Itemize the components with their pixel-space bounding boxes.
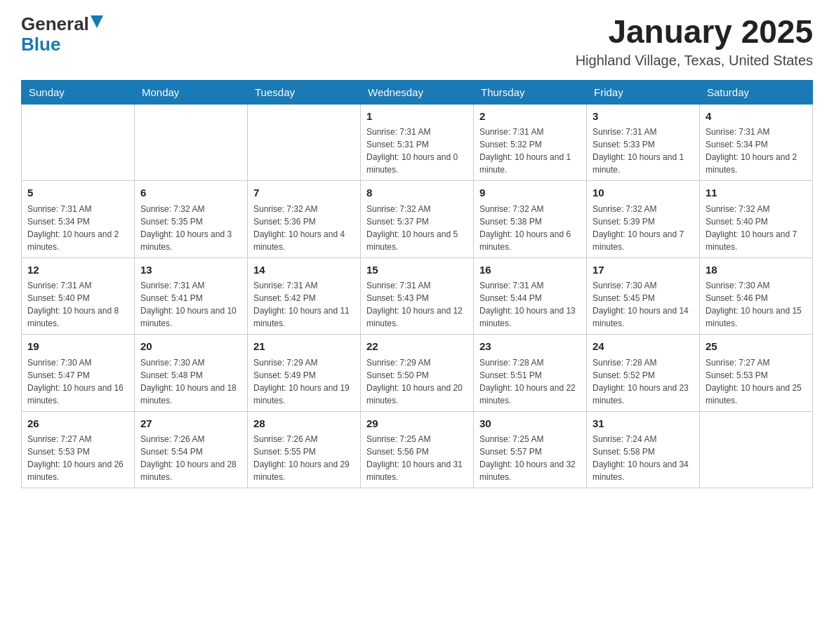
day-info: Sunrise: 7:27 AMSunset: 5:53 PMDaylight:…	[27, 433, 128, 483]
calendar-cell: 12Sunrise: 7:31 AMSunset: 5:40 PMDayligh…	[22, 257, 135, 335]
day-number: 22	[366, 339, 468, 355]
day-number: 21	[253, 339, 355, 355]
calendar-cell: 28Sunrise: 7:26 AMSunset: 5:55 PMDayligh…	[248, 411, 361, 488]
svg-marker-0	[91, 15, 103, 28]
calendar-cell	[135, 104, 248, 181]
logo: General Blue	[21, 14, 103, 54]
calendar-cell: 11Sunrise: 7:32 AMSunset: 5:40 PMDayligh…	[700, 181, 813, 258]
calendar-cell: 26Sunrise: 7:27 AMSunset: 5:53 PMDayligh…	[22, 411, 135, 488]
day-number: 18	[706, 262, 807, 279]
calendar-cell: 20Sunrise: 7:30 AMSunset: 5:48 PMDayligh…	[135, 335, 248, 412]
day-info: Sunrise: 7:31 AMSunset: 5:44 PMDaylight:…	[479, 279, 581, 330]
calendar-cell: 23Sunrise: 7:28 AMSunset: 5:51 PMDayligh…	[474, 335, 587, 412]
day-info: Sunrise: 7:26 AMSunset: 5:55 PMDaylight:…	[253, 433, 355, 483]
day-info: Sunrise: 7:32 AMSunset: 5:39 PMDaylight:…	[593, 203, 694, 253]
day-number: 13	[140, 262, 241, 279]
day-number: 2	[479, 109, 581, 125]
calendar-day-header: Thursday	[474, 80, 587, 104]
day-info: Sunrise: 7:32 AMSunset: 5:38 PMDaylight:…	[479, 203, 581, 253]
calendar-cell: 6Sunrise: 7:32 AMSunset: 5:35 PMDaylight…	[135, 181, 248, 258]
day-number: 24	[593, 339, 694, 355]
day-number: 25	[706, 339, 807, 355]
page-title: January 2025	[576, 14, 813, 50]
day-number: 23	[479, 339, 581, 355]
calendar-cell: 29Sunrise: 7:25 AMSunset: 5:56 PMDayligh…	[361, 411, 474, 488]
calendar-cell: 2Sunrise: 7:31 AMSunset: 5:32 PMDaylight…	[474, 104, 587, 181]
calendar-cell: 13Sunrise: 7:31 AMSunset: 5:41 PMDayligh…	[135, 257, 248, 335]
calendar-cell: 18Sunrise: 7:30 AMSunset: 5:46 PMDayligh…	[700, 257, 813, 335]
calendar-cell: 22Sunrise: 7:29 AMSunset: 5:50 PMDayligh…	[361, 335, 474, 412]
day-number: 29	[366, 416, 468, 432]
day-info: Sunrise: 7:31 AMSunset: 5:43 PMDaylight:…	[366, 279, 468, 330]
day-info: Sunrise: 7:31 AMSunset: 5:34 PMDaylight:…	[706, 126, 807, 176]
page-subtitle: Highland Village, Texas, United States	[576, 53, 813, 69]
day-number: 5	[27, 185, 128, 201]
day-number: 3	[593, 109, 694, 125]
calendar-table: SundayMondayTuesdayWednesdayThursdayFrid…	[21, 80, 813, 489]
day-number: 9	[479, 185, 581, 201]
calendar-cell: 9Sunrise: 7:32 AMSunset: 5:38 PMDaylight…	[474, 181, 587, 258]
day-info: Sunrise: 7:29 AMSunset: 5:49 PMDaylight:…	[253, 356, 355, 407]
day-info: Sunrise: 7:29 AMSunset: 5:50 PMDaylight:…	[366, 356, 468, 407]
calendar-day-header: Wednesday	[361, 80, 474, 104]
calendar-cell: 15Sunrise: 7:31 AMSunset: 5:43 PMDayligh…	[361, 257, 474, 335]
calendar-cell: 7Sunrise: 7:32 AMSunset: 5:36 PMDaylight…	[248, 181, 361, 258]
day-number: 26	[27, 416, 128, 432]
day-number: 30	[479, 416, 581, 432]
day-number: 7	[253, 185, 355, 201]
day-number: 1	[366, 109, 468, 125]
day-info: Sunrise: 7:27 AMSunset: 5:53 PMDaylight:…	[706, 356, 807, 407]
day-info: Sunrise: 7:28 AMSunset: 5:51 PMDaylight:…	[479, 356, 581, 407]
day-number: 12	[27, 262, 128, 279]
day-number: 8	[366, 185, 468, 201]
day-info: Sunrise: 7:31 AMSunset: 5:34 PMDaylight:…	[27, 203, 128, 253]
calendar-week-row: 26Sunrise: 7:27 AMSunset: 5:53 PMDayligh…	[22, 411, 813, 488]
calendar-week-row: 1Sunrise: 7:31 AMSunset: 5:31 PMDaylight…	[22, 104, 813, 181]
day-info: Sunrise: 7:25 AMSunset: 5:56 PMDaylight:…	[366, 433, 468, 483]
calendar-cell: 24Sunrise: 7:28 AMSunset: 5:52 PMDayligh…	[587, 335, 700, 412]
day-info: Sunrise: 7:32 AMSunset: 5:36 PMDaylight:…	[253, 203, 355, 253]
calendar-cell: 17Sunrise: 7:30 AMSunset: 5:45 PMDayligh…	[587, 257, 700, 335]
day-info: Sunrise: 7:28 AMSunset: 5:52 PMDaylight:…	[593, 356, 694, 407]
calendar-cell: 14Sunrise: 7:31 AMSunset: 5:42 PMDayligh…	[248, 257, 361, 335]
day-number: 11	[706, 185, 807, 201]
calendar-week-row: 19Sunrise: 7:30 AMSunset: 5:47 PMDayligh…	[22, 335, 813, 412]
calendar-cell: 16Sunrise: 7:31 AMSunset: 5:44 PMDayligh…	[474, 257, 587, 335]
day-info: Sunrise: 7:31 AMSunset: 5:32 PMDaylight:…	[479, 126, 581, 176]
day-number: 10	[593, 185, 694, 201]
calendar-cell: 8Sunrise: 7:32 AMSunset: 5:37 PMDaylight…	[361, 181, 474, 258]
calendar-day-header: Tuesday	[248, 80, 361, 104]
calendar-cell: 19Sunrise: 7:30 AMSunset: 5:47 PMDayligh…	[22, 335, 135, 412]
day-number: 4	[706, 109, 807, 125]
day-number: 27	[140, 416, 241, 432]
day-info: Sunrise: 7:30 AMSunset: 5:46 PMDaylight:…	[706, 279, 807, 330]
calendar-cell	[22, 104, 135, 181]
logo-triangle-icon	[91, 15, 103, 33]
day-info: Sunrise: 7:32 AMSunset: 5:37 PMDaylight:…	[366, 203, 468, 253]
calendar-cell: 25Sunrise: 7:27 AMSunset: 5:53 PMDayligh…	[700, 335, 813, 412]
day-number: 19	[27, 339, 128, 355]
calendar-cell	[248, 104, 361, 181]
day-info: Sunrise: 7:31 AMSunset: 5:33 PMDaylight:…	[593, 126, 694, 176]
day-info: Sunrise: 7:30 AMSunset: 5:45 PMDaylight:…	[593, 279, 694, 330]
day-number: 17	[593, 262, 694, 279]
calendar-cell: 27Sunrise: 7:26 AMSunset: 5:54 PMDayligh…	[135, 411, 248, 488]
day-info: Sunrise: 7:30 AMSunset: 5:47 PMDaylight:…	[27, 356, 128, 407]
day-info: Sunrise: 7:25 AMSunset: 5:57 PMDaylight:…	[479, 433, 581, 483]
day-number: 6	[140, 185, 241, 201]
day-info: Sunrise: 7:30 AMSunset: 5:48 PMDaylight:…	[140, 356, 241, 407]
day-number: 31	[593, 416, 694, 432]
calendar-cell	[700, 411, 813, 488]
day-info: Sunrise: 7:26 AMSunset: 5:54 PMDaylight:…	[140, 433, 241, 483]
day-info: Sunrise: 7:31 AMSunset: 5:40 PMDaylight:…	[27, 279, 128, 330]
day-info: Sunrise: 7:31 AMSunset: 5:42 PMDaylight:…	[253, 279, 355, 330]
calendar-day-header: Friday	[587, 80, 700, 104]
logo-blue-text: Blue	[21, 34, 60, 55]
calendar-day-header: Sunday	[22, 80, 135, 104]
day-number: 15	[366, 262, 468, 279]
calendar-header-row: SundayMondayTuesdayWednesdayThursdayFrid…	[22, 80, 813, 104]
page-header: General Blue January 2025 Highland Villa…	[21, 14, 813, 69]
calendar-cell: 5Sunrise: 7:31 AMSunset: 5:34 PMDaylight…	[22, 181, 135, 258]
calendar-day-header: Monday	[135, 80, 248, 104]
calendar-day-header: Saturday	[700, 80, 813, 104]
